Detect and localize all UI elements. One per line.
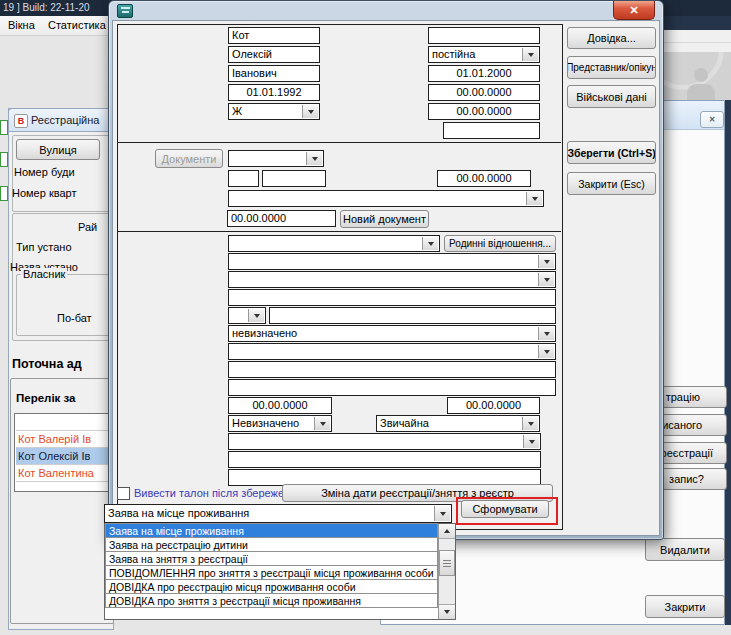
secondary-window-close-button[interactable]: ✕ — [700, 111, 724, 128]
citizenship-select[interactable]: невизначено — [228, 325, 556, 342]
talon-checkbox[interactable] — [117, 487, 130, 500]
house-number-label: Номер буди — [14, 166, 75, 179]
scroll-up-icon[interactable] — [439, 524, 455, 539]
birth-region-select[interactable] — [228, 271, 556, 288]
deregistration-date-field[interactable]: 00.00.0000 — [428, 84, 540, 101]
new-document-button[interactable]: Новий документ — [340, 210, 429, 228]
close-button-background[interactable]: Закрити — [645, 595, 725, 618]
documents-button[interactable]: Документи — [155, 149, 223, 168]
dropdown-arrow-icon[interactable] — [522, 417, 538, 430]
registration-date-field[interactable]: 01.01.2000 — [428, 65, 540, 82]
from-district-field[interactable] — [228, 361, 556, 378]
app-dark-background-strip — [725, 100, 731, 625]
dropdown-arrow-icon[interactable] — [538, 273, 554, 286]
menu-statistics[interactable]: Статистика — [48, 19, 106, 31]
representative-button[interactable]: Представник/опікун — [567, 56, 656, 79]
stay-term-select[interactable]: Невизначено — [228, 415, 332, 432]
registration-window-title: Реєстраційна — [31, 114, 99, 126]
dropdown-arrow-icon[interactable] — [538, 255, 554, 268]
dropdown-arrow-icon[interactable] — [434, 506, 450, 521]
dropdown-arrow-icon[interactable] — [538, 327, 554, 340]
dropdown-item[interactable]: ДОВІДКА про реєстрацію місця проживання … — [105, 579, 438, 594]
list-item-selected[interactable]: Кот Олексій Ів — [16, 448, 110, 465]
family-relations-button[interactable]: Родинні відношення... — [444, 235, 556, 252]
watermark-arc — [656, 52, 724, 90]
issue-date-field[interactable]: 00.00.0000 — [437, 170, 531, 187]
background-fragment — [0, 152, 8, 167]
dropdown-arrow-icon[interactable] — [523, 435, 539, 448]
list-item[interactable]: Кот Валентина — [16, 465, 110, 482]
dropdown-arrow-icon[interactable] — [248, 309, 264, 322]
list-item[interactable]: Кот Валерій Ів — [16, 431, 110, 448]
dropdown-item[interactable]: Заява на зняття з реєстрації — [105, 551, 438, 566]
registered-listbox: Кот Валерій Ів Кот Олексій Ів Кот Валент… — [14, 413, 112, 492]
dropdown-arrow-icon[interactable] — [526, 192, 542, 205]
dropdown-scrollbar[interactable] — [438, 524, 455, 619]
document-type-select[interactable] — [228, 150, 324, 167]
registration-window-icon: В — [14, 114, 28, 128]
name-field[interactable]: Олексій — [228, 46, 320, 63]
dropdown-item[interactable]: Заява на місце проживання — [105, 523, 438, 538]
document-number-field[interactable] — [262, 170, 326, 187]
document-template-dropdown: Заява на місце проживання Заява на реєст… — [104, 523, 456, 620]
background-fragment — [0, 186, 8, 201]
from-region-select[interactable] — [228, 343, 556, 360]
screen: 19 ] Build: 22-11-20 Вікна Статистика В … — [0, 0, 731, 635]
registration-type-select[interactable]: постійна — [428, 46, 540, 63]
dialog-close-button[interactable]: ✕ — [613, 1, 655, 20]
dropdown-arrow-icon[interactable] — [522, 48, 538, 61]
birth-country-select[interactable] — [228, 253, 556, 270]
dropdown-item[interactable]: Заява на реєстрацію дитини — [105, 537, 438, 552]
watermark-panel — [656, 52, 731, 100]
prev-city-dereg-field[interactable]: 00.00.0000 — [447, 397, 540, 414]
dropdown-arrow-icon[interactable] — [302, 105, 318, 118]
owner-group-label: Власник — [21, 268, 67, 281]
registration-window-titlebar: В Реєстраційна — [8, 108, 112, 132]
app-menubar: Вікна Статистика — [0, 16, 110, 36]
close-dialog-button[interactable]: Закрити (Esc) — [567, 172, 656, 195]
current-address-heading: Поточна ад — [12, 358, 82, 371]
death-date-field[interactable]: 00.00.0000 — [428, 103, 540, 120]
help-button[interactable]: Довідка... — [567, 27, 656, 49]
dropdown-arrow-icon[interactable] — [422, 237, 438, 250]
right-dark-strip-top — [656, 16, 731, 30]
document-template-combobox[interactable]: Заява на місце проживання — [104, 504, 452, 523]
registry-number-field[interactable] — [443, 122, 540, 139]
dropdown-arrow-icon[interactable] — [306, 152, 322, 165]
from-settlement-field[interactable] — [228, 379, 556, 396]
id-number-field[interactable] — [428, 27, 540, 44]
to-district-field[interactable] — [228, 451, 541, 468]
dropdown-arrow-icon[interactable] — [538, 345, 554, 358]
street-button[interactable]: Вулиця — [16, 139, 100, 160]
watermark-person-head-icon — [694, 68, 708, 82]
delete-button[interactable]: Видалити — [645, 538, 725, 561]
save-button[interactable]: Зберегти (Ctrl+S) — [567, 141, 656, 164]
district-label: Рай — [78, 221, 97, 234]
birth-settlement-field[interactable] — [269, 307, 556, 324]
birth-settlement-type-select[interactable] — [228, 307, 266, 324]
dropdown-item[interactable]: ДОВІДКА про зняття з реєстрації місця пр… — [105, 593, 438, 608]
to-region-select[interactable] — [228, 433, 541, 450]
watermark-person-body-icon — [687, 84, 715, 100]
birth-district-field[interactable] — [228, 289, 556, 306]
scrollbar-thumb[interactable] — [439, 550, 455, 576]
surname-field[interactable]: Кот — [228, 27, 320, 44]
arrived-date-field[interactable]: 00.00.0000 — [228, 397, 332, 414]
sex-select[interactable]: Ж — [228, 103, 320, 120]
birthdate-field[interactable]: 01.01.1992 — [228, 84, 320, 101]
patronymic-field[interactable]: Іванович — [228, 65, 320, 82]
dropdown-item[interactable]: ПОВІДОМЛЕННЯ про зняття з реєстрації міс… — [105, 565, 438, 580]
scroll-down-icon[interactable] — [439, 604, 455, 619]
registered-list-heading: Перелік за — [16, 392, 76, 405]
dropdown-arrow-icon[interactable] — [314, 417, 330, 430]
document-series-field[interactable] — [228, 170, 259, 187]
menu-windows[interactable]: Вікна — [8, 19, 35, 31]
list-item[interactable] — [16, 414, 110, 431]
military-data-button[interactable]: Військові дані — [567, 85, 656, 108]
owner-patronymic-label: По-бат — [57, 312, 92, 325]
section-separator — [117, 142, 561, 143]
dereg-type-select[interactable]: Звичайна — [376, 415, 540, 432]
expiry-date-field[interactable]: 00.00.0000 — [227, 210, 336, 227]
issued-by-select[interactable] — [228, 190, 544, 207]
relation-select[interactable] — [228, 235, 440, 252]
